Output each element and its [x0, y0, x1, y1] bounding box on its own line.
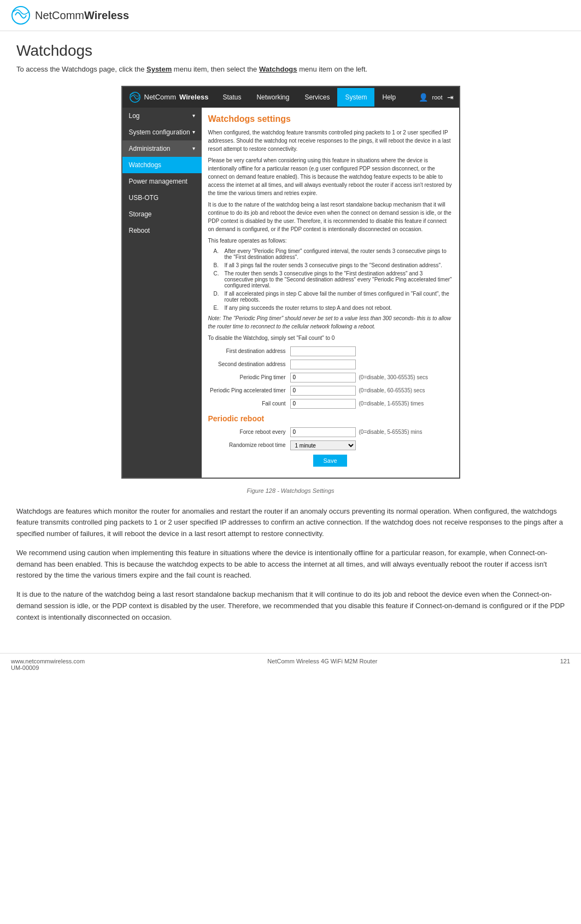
main-panel: Watchdogs settings When configured, the …	[202, 108, 459, 478]
panel-paragraph1: When configured, the watchdog feature tr…	[208, 128, 453, 153]
sidebar-admin-chevron: ▾	[192, 145, 195, 151]
sidebar-item-storage[interactable]: Storage	[122, 206, 202, 222]
logo-text: NetCommWireless	[35, 9, 129, 22]
step-b-label: B.	[214, 262, 221, 268]
form-row-ping-accel: Periodic Ping accelerated timer (0=disab…	[208, 386, 453, 396]
nav-right: 👤 root ⇥	[419, 93, 459, 102]
step-e-text: If any ping succeeds the router returns …	[225, 305, 392, 311]
form-row-second-dest: Second destination address	[208, 360, 453, 369]
form-row-fail-count: Fail count (0=disable, 1-65535) times	[208, 399, 453, 409]
label-first-dest: First destination address	[208, 348, 290, 354]
panel-feature-operates: This feature operates as follows:	[208, 237, 453, 245]
label-ping-accel: Periodic Ping accelerated timer	[208, 387, 290, 393]
sidebar-item-admin-label: Administration	[129, 145, 171, 152]
page-title: Watchdogs	[16, 42, 565, 60]
sidebar-log-chevron: ▾	[192, 113, 195, 119]
sidebar-item-reboot[interactable]: Reboot	[122, 222, 202, 239]
save-button[interactable]: Save	[313, 455, 347, 467]
footer-left: www.netcommwireless.com UM-00009	[11, 658, 85, 671]
sidebar-item-storage-label: Storage	[129, 210, 152, 218]
panel-paragraph2: Please be very careful when considering …	[208, 156, 453, 197]
sidebar-sysconfig-chevron: ▾	[192, 129, 195, 135]
step-c-text: The router then sends 3 consecutive ping…	[225, 270, 453, 289]
form-row-randomize: Randomize reboot time 1 minute 5 minutes…	[208, 440, 453, 450]
intro-text: To access the Watchdogs page, click the …	[16, 64, 565, 75]
periodic-form-section: Force reboot every (0=disable, 5-65535) …	[208, 427, 453, 450]
sidebar-item-system-config-label: System configuration	[129, 128, 190, 136]
sidebar-item-power-label: Power management	[129, 178, 187, 185]
input-second-dest[interactable]	[290, 360, 356, 369]
watchdogs-highlight: Watchdogs	[259, 65, 297, 73]
hint-ping-accel: (0=disable, 60-65535) secs	[359, 387, 425, 393]
sidebar-item-usb-otg[interactable]: USB-OTG	[122, 190, 202, 206]
label-fail-count: Fail count	[208, 401, 290, 407]
form-section: First destination address Second destina…	[208, 346, 453, 409]
body-paragraph-2: We recommend using caution when implemen…	[16, 548, 565, 581]
input-first-dest[interactable]	[290, 346, 356, 356]
logo-icon	[11, 5, 31, 25]
nav-item-system[interactable]: System	[337, 88, 374, 107]
step-c-label: C.	[214, 270, 221, 289]
system-highlight: System	[146, 65, 172, 73]
content-area: Log ▾ System configuration ▾ Administrat…	[122, 108, 459, 478]
nav-item-help[interactable]: Help	[374, 88, 403, 107]
nav-bar: NetCommWireless Status Networking Servic…	[122, 87, 459, 108]
footer-page-number: 121	[560, 658, 570, 671]
nav-item-networking[interactable]: Networking	[249, 88, 297, 107]
sidebar-item-log-label: Log	[129, 112, 140, 120]
sidebar-item-system-config[interactable]: System configuration ▾	[122, 124, 202, 140]
nav-username: root	[432, 94, 443, 101]
select-randomize[interactable]: 1 minute 5 minutes 10 minutes 30 minutes	[290, 440, 356, 450]
panel-paragraph3: It is due to the nature of the watchdog …	[208, 201, 453, 233]
figure-caption: Figure 128 - Watchdogs Settings	[16, 484, 565, 497]
step-a: A. After every "Periodic Ping timer" con…	[214, 248, 453, 260]
periodic-reboot-title: Periodic reboot	[208, 414, 453, 423]
sidebar-item-watchdogs[interactable]: Watchdogs	[122, 157, 202, 173]
hint-fail-count: (0=disable, 1-65535) times	[359, 401, 424, 407]
step-a-text: After every "Periodic Ping timer" config…	[225, 248, 453, 260]
nav-logo: NetCommWireless	[122, 87, 215, 108]
nav-items: Status Networking Services System Help	[215, 88, 403, 107]
step-d: D. If all accelerated pings in step C ab…	[214, 291, 453, 303]
input-force-reboot[interactable]	[290, 427, 356, 437]
step-e-label: E.	[214, 305, 221, 311]
form-row-force-reboot: Force reboot every (0=disable, 5-65535) …	[208, 427, 453, 437]
page-header: NetCommWireless	[0, 0, 581, 31]
panel-disable-note: To disable the Watchdog, simply set "Fai…	[208, 334, 453, 342]
panel-note: Note: The "Periodic Ping timer" should n…	[208, 314, 453, 331]
input-ping-timer[interactable]	[290, 373, 356, 382]
sidebar-item-power-management[interactable]: Power management	[122, 173, 202, 190]
label-randomize: Randomize reboot time	[208, 442, 290, 448]
hint-ping-timer: (0=disable, 300-65535) secs	[359, 374, 428, 380]
nav-logo-normal: NetComm	[144, 93, 177, 101]
page-footer: www.netcommwireless.com UM-00009 NetComm…	[0, 653, 581, 675]
step-e: E. If any ping succeeds the router retur…	[214, 305, 453, 311]
footer-center: NetComm Wireless 4G WiFi M2M Router	[267, 658, 377, 671]
logo-area: NetCommWireless	[11, 5, 129, 25]
input-fail-count[interactable]	[290, 399, 356, 409]
sidebar-item-watchdogs-label: Watchdogs	[129, 161, 162, 169]
footer-model: UM-00009	[11, 664, 85, 671]
step-b-text: If all 3 pings fail the router sends 3 c…	[225, 262, 442, 268]
form-row-ping-timer: Periodic Ping timer (0=disable, 300-6553…	[208, 373, 453, 382]
nav-user-icon: 👤	[419, 93, 428, 102]
nav-logo-bold: Wireless	[179, 93, 208, 101]
hint-force-reboot: (0=disable, 5-65535) mins	[359, 429, 422, 435]
input-ping-accel[interactable]	[290, 386, 356, 396]
sidebar-item-log[interactable]: Log ▾	[122, 108, 202, 124]
nav-logout-icon[interactable]: ⇥	[447, 93, 454, 102]
sidebar: Log ▾ System configuration ▾ Administrat…	[122, 108, 202, 478]
panel-title: Watchdogs settings	[208, 114, 453, 124]
sidebar-item-administration[interactable]: Administration ▾	[122, 140, 202, 157]
label-ping-timer: Periodic Ping timer	[208, 374, 290, 380]
sidebar-item-reboot-label: Reboot	[129, 227, 150, 234]
label-second-dest: Second destination address	[208, 361, 290, 367]
body-section: Watchdogs are features which monitor the…	[16, 506, 565, 623]
nav-item-status[interactable]: Status	[215, 88, 249, 107]
step-a-label: A.	[214, 248, 221, 260]
main-content: Watchdogs To access the Watchdogs page, …	[0, 31, 581, 642]
sidebar-item-usb-label: USB-OTG	[129, 194, 159, 202]
footer-website: www.netcommwireless.com	[11, 658, 85, 664]
nav-item-services[interactable]: Services	[297, 88, 337, 107]
steps-list: A. After every "Periodic Ping timer" con…	[214, 248, 453, 311]
